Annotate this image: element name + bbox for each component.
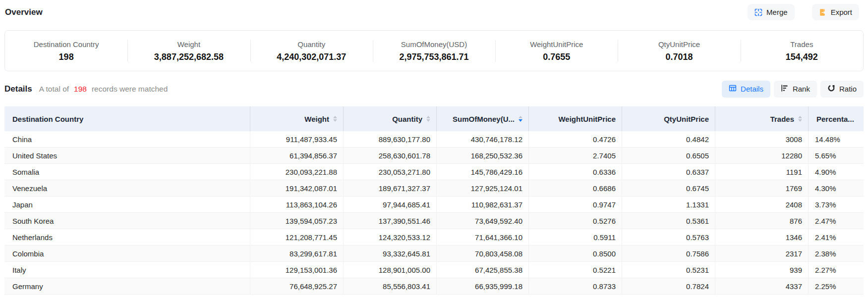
table-cell: 139,594,057.23 bbox=[250, 213, 344, 229]
table-cell: 911,487,933.45 bbox=[250, 131, 344, 147]
stat-label: Quantity bbox=[297, 40, 325, 49]
table-cell: 0.7586 bbox=[622, 246, 715, 261]
table-cell: 129,153,001.36 bbox=[250, 262, 344, 278]
table-cell: 0.8500 bbox=[529, 246, 622, 261]
table-cell: 0.5221 bbox=[529, 262, 622, 278]
table-cell: 2317 bbox=[715, 246, 809, 261]
table-row: Colombia83,299,617.8193,332,645.8170,803… bbox=[4, 246, 864, 262]
table-body: China911,487,933.45889,630,177.80430,746… bbox=[4, 131, 864, 295]
table-row: China911,487,933.45889,630,177.80430,746… bbox=[4, 131, 864, 148]
column-header-label: WeightUnitPrice bbox=[558, 115, 616, 123]
tab-details[interactable]: Details bbox=[722, 81, 770, 98]
summary-prefix: A total of bbox=[39, 85, 69, 94]
stat-item: Destination Country 198 bbox=[5, 31, 127, 71]
table-cell: 3.73% bbox=[809, 197, 864, 212]
country-cell: Somalia bbox=[4, 164, 250, 180]
top-bar: Overview Merge Export bbox=[0, 0, 868, 21]
table-cell: 876 bbox=[715, 213, 809, 229]
table-cell: 76,648,925.27 bbox=[250, 278, 344, 294]
table-cell: 2.47% bbox=[809, 213, 864, 229]
stat-value: 0.7655 bbox=[543, 52, 570, 62]
table-cell: 121,208,771.45 bbox=[250, 229, 344, 245]
country-cell: Venezuela bbox=[4, 180, 250, 196]
details-table: Destination CountryWeightQuantitySumOfMo… bbox=[4, 106, 864, 295]
stat-value: 154,492 bbox=[786, 52, 818, 62]
tab-rank[interactable]: Rank bbox=[774, 81, 817, 98]
table-cell: 0.7824 bbox=[622, 278, 715, 294]
sort-caret[interactable] bbox=[333, 116, 337, 122]
merge-icon bbox=[754, 8, 762, 16]
sort-caret-down bbox=[426, 119, 430, 122]
country-cell: Italy bbox=[4, 262, 250, 278]
column-header-label: Destination Country bbox=[12, 115, 83, 123]
table-cell: 889,630,177.80 bbox=[344, 131, 437, 147]
stat-value: 2,975,753,861.71 bbox=[399, 52, 468, 62]
column-header[interactable]: Weight bbox=[250, 106, 344, 131]
summary-suffix: records were matched bbox=[92, 85, 168, 94]
stat-item: SumOfMoney(USD) 2,975,753,861.71 bbox=[373, 31, 495, 71]
sort-caret[interactable] bbox=[519, 116, 522, 122]
column-header: WeightUnitPrice bbox=[529, 106, 622, 131]
sort-caret[interactable] bbox=[426, 116, 430, 122]
sort-caret[interactable] bbox=[798, 116, 802, 122]
column-header-label: QtyUnitPrice bbox=[664, 115, 709, 123]
table-cell: 0.4842 bbox=[622, 131, 715, 147]
page-title: Overview bbox=[5, 7, 43, 17]
table-cell: 0.6337 bbox=[622, 164, 715, 180]
stat-item: Trades 154,492 bbox=[741, 31, 863, 71]
stat-value: 198 bbox=[59, 52, 74, 62]
table-cell: 145,786,429.16 bbox=[437, 164, 529, 180]
stat-label: Trades bbox=[790, 40, 813, 49]
table-cell: 4337 bbox=[715, 278, 809, 294]
sort-caret-down bbox=[333, 119, 337, 122]
table-cell: 168,250,532.36 bbox=[437, 148, 529, 163]
sort-caret-up bbox=[519, 116, 522, 118]
table-cell: 1346 bbox=[715, 229, 809, 245]
topbar-actions: Merge Export bbox=[748, 4, 859, 20]
table-cell: 73,649,592.40 bbox=[437, 213, 529, 229]
table-cell: 2.7405 bbox=[529, 148, 622, 163]
table-cell: 0.5231 bbox=[622, 262, 715, 278]
table-cell: 113,863,104.26 bbox=[250, 197, 344, 212]
pie-chart-icon bbox=[827, 84, 835, 94]
stat-value: 4,240,302,071.37 bbox=[277, 52, 346, 62]
country-cell: Germany bbox=[4, 278, 250, 294]
details-summary: Details A total of 198 records were matc… bbox=[4, 84, 168, 94]
stat-label: WeightUnitPrice bbox=[530, 40, 583, 49]
country-cell: United States bbox=[4, 148, 250, 163]
table-cell: 83,299,617.81 bbox=[250, 246, 344, 261]
export-icon bbox=[819, 8, 827, 16]
table-cell: 0.6745 bbox=[622, 180, 715, 196]
column-header[interactable]: Quantity bbox=[344, 106, 437, 131]
export-button[interactable]: Export bbox=[812, 4, 859, 20]
country-cell: Japan bbox=[4, 197, 250, 212]
column-header[interactable]: Trades bbox=[715, 106, 809, 131]
view-toggle-group: Details Rank Ratio bbox=[722, 81, 864, 98]
table-cell: 0.4726 bbox=[529, 131, 622, 147]
table-cell: 0.6336 bbox=[529, 164, 622, 180]
table-cell: 66,935,999.18 bbox=[437, 278, 529, 294]
table-row: Italy129,153,001.36128,901,005.0067,425,… bbox=[4, 262, 864, 278]
tab-ratio[interactable]: Ratio bbox=[820, 81, 864, 98]
tab-rank-label: Rank bbox=[793, 85, 810, 93]
merge-button[interactable]: Merge bbox=[748, 4, 795, 20]
stat-label: Weight bbox=[177, 40, 200, 49]
tab-details-label: Details bbox=[741, 85, 763, 93]
sort-caret-up bbox=[426, 116, 430, 118]
table-cell: 110,982,631.37 bbox=[437, 197, 529, 212]
country-cell: Netherlands bbox=[4, 229, 250, 245]
table-cell: 61,394,856.37 bbox=[250, 148, 344, 163]
column-header-label: Percenta... bbox=[816, 115, 854, 123]
column-header: QtyUnitPrice bbox=[622, 106, 715, 131]
table-cell: 71,641,366.10 bbox=[437, 229, 529, 245]
sort-caret-down bbox=[519, 119, 522, 122]
table-cell: 0.9747 bbox=[529, 197, 622, 212]
column-header[interactable]: SumOfMoney(U... bbox=[437, 106, 529, 131]
table-cell: 0.5361 bbox=[622, 213, 715, 229]
tab-ratio-label: Ratio bbox=[839, 85, 857, 93]
table-cell: 0.5763 bbox=[622, 229, 715, 245]
table-cell: 0.6505 bbox=[622, 148, 715, 163]
table-cell: 12280 bbox=[715, 148, 809, 163]
table-cell: 189,671,327.37 bbox=[344, 180, 437, 196]
sort-caret-down bbox=[798, 119, 802, 122]
